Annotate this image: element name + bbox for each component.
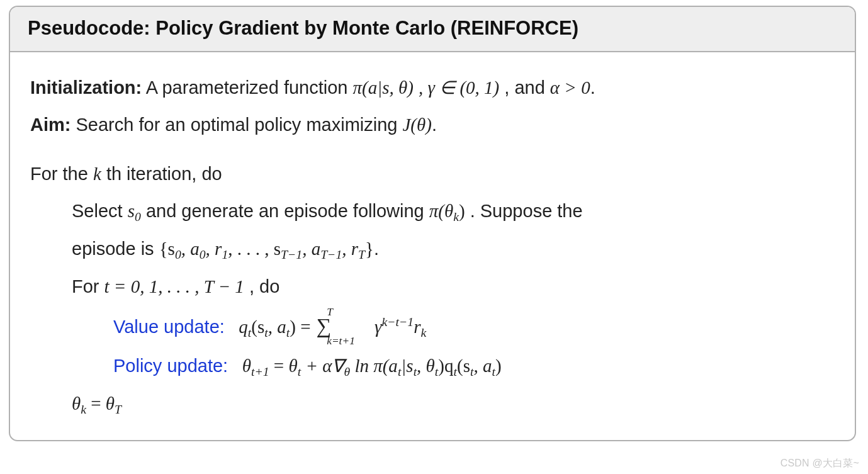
outer-loop-line: For the k th iteration, do — [30, 159, 835, 189]
math-alpha: α > 0 — [550, 77, 590, 98]
select-a: Select — [72, 201, 128, 221]
math-theta-assign: θk = θT — [72, 393, 121, 414]
card-header: Pseudocode: Policy Gradient by Monte Car… — [10, 7, 855, 52]
select-b: and generate an episode following — [146, 201, 429, 221]
math-policy-update: θt+1 = θt + α∇θ ln π(at|st, θt)qt(st, at… — [242, 356, 502, 376]
card-body: Initialization: A parameterized function… — [10, 52, 855, 440]
math-pi-thetak: π(θk) — [429, 201, 465, 221]
theta-assign-line: θk = θT — [72, 388, 835, 420]
aim-label: Aim: — [30, 115, 70, 135]
init-text-b: , and — [504, 77, 550, 98]
value-update-line: Value update: qt(st, at) = ∑Tk=t+1 γk−t−… — [113, 308, 835, 344]
init-text-a: A parameterized function — [146, 77, 353, 98]
card-title: Pseudocode: Policy Gradient by Monte Car… — [28, 17, 578, 39]
init-label: Initialization: — [30, 77, 142, 98]
pseudocode-card: Pseudocode: Policy Gradient by Monte Car… — [9, 6, 856, 441]
value-update-label: Value update: — [113, 317, 225, 337]
aim-line: Aim: Search for an optimal policy maximi… — [30, 110, 835, 140]
math-episode-set: {s0, a0, r1, . . . , sT−1, aT−1, rT} — [159, 239, 374, 259]
math-gamma-in: γ ∈ (0, 1) — [427, 77, 499, 98]
math-pi-func: π(a|s, θ) — [353, 77, 414, 98]
math-value-update: qt(st, at) = ∑Tk=t+1 γk−t−1rk — [239, 317, 426, 337]
outer-loop-b: th iteration, do — [106, 164, 222, 184]
aim-text: Search for an optimal policy maximizing — [76, 115, 403, 135]
math-J-theta: J(θ) — [403, 115, 432, 135]
period2: . — [432, 115, 437, 135]
inner-loop-line: For t = 0, 1, . . . , T − 1 , do — [72, 271, 835, 302]
inner-b: , do — [249, 276, 279, 296]
math-s0: s0 — [128, 201, 141, 221]
watermark: CSDN @大白菜~ — [781, 457, 859, 470]
episode-line: episode is {s0, a0, r1, . . . , sT−1, aT… — [72, 234, 835, 265]
initialization-line: Initialization: A parameterized function… — [30, 72, 835, 103]
select-line: Select s0 and generate an episode follow… — [72, 196, 835, 227]
episode-a: episode is — [72, 239, 159, 259]
policy-update-line: Policy update: θt+1 = θt + α∇θ ln π(at|s… — [113, 351, 835, 382]
outer-loop-a: For the — [30, 164, 93, 184]
select-c: . Suppose the — [470, 201, 583, 221]
math-k: k — [93, 164, 101, 184]
policy-update-label: Policy update: — [113, 356, 228, 376]
comma1: , — [419, 77, 428, 98]
math-t-range: t = 0, 1, . . . , T − 1 — [104, 276, 244, 296]
inner-a: For — [72, 276, 104, 296]
period3: . — [374, 239, 379, 259]
period1: . — [590, 77, 595, 98]
